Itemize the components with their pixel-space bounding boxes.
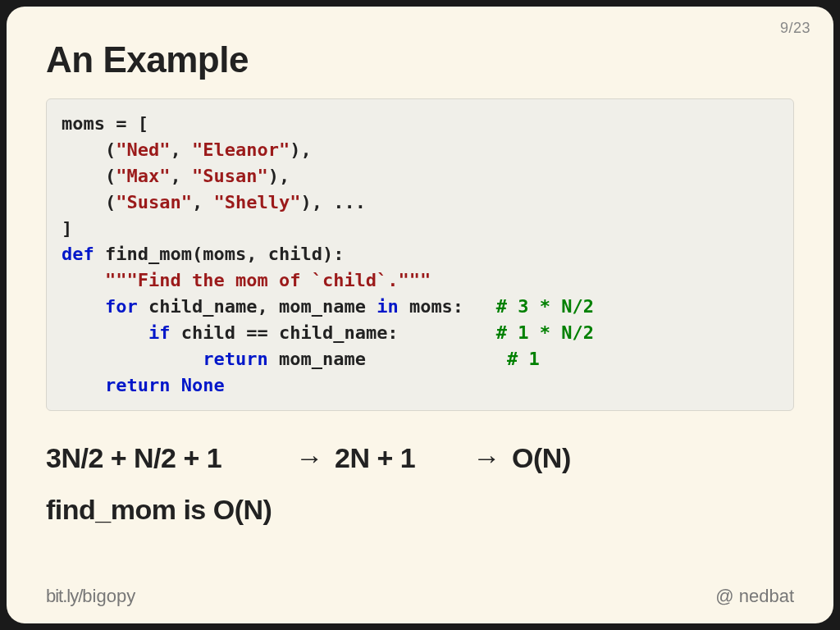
code-text: ), xyxy=(290,139,312,160)
code-comment: # 1 * N/2 xyxy=(496,322,594,343)
page-number: 9/23 xyxy=(780,20,810,37)
code-keyword: return xyxy=(203,349,267,369)
arrow-icon: → xyxy=(295,442,320,474)
code-text xyxy=(62,349,203,369)
footer-handle: nedbat xyxy=(739,586,794,606)
code-text: child == child_name: xyxy=(170,322,495,343)
code-block: moms = [ ("Ned", "Eleanor"), ("Max", "Su… xyxy=(46,98,794,411)
code-keyword: for xyxy=(105,296,138,317)
math-part-1: 3N/2 + N/2 + 1 xyxy=(46,442,221,473)
math-derivation: 3N/2 + N/2 + 1→ 2N + 1→ O(N) xyxy=(46,442,794,474)
code-string: "Shelly" xyxy=(213,192,300,212)
code-docstring: """Find the mom of `child`.""" xyxy=(105,270,431,290)
code-string: "Susan" xyxy=(116,192,192,212)
code-text: , xyxy=(170,139,192,160)
footer-url-slug: bigopy xyxy=(82,586,135,606)
code-line: ] xyxy=(62,218,72,239)
code-text: , xyxy=(192,192,214,212)
code-keyword: in xyxy=(377,296,399,317)
code-line: ( xyxy=(62,166,116,186)
code-text: ), ... xyxy=(300,192,365,212)
code-text: ), xyxy=(268,166,290,186)
code-string: "Ned" xyxy=(116,139,170,160)
code-text: , xyxy=(170,166,192,186)
footer: bit.ly/bigopy @ nedbat xyxy=(46,586,794,607)
code-text: moms: xyxy=(399,296,496,317)
footer-at-sign: @ xyxy=(715,586,733,606)
code-text: find_mom(moms, child): xyxy=(94,244,345,264)
code-line: ( xyxy=(62,139,116,160)
code-text xyxy=(62,296,105,317)
code-line: ( xyxy=(62,192,116,212)
code-text xyxy=(62,270,105,290)
code-keyword: if xyxy=(148,322,171,343)
code-string: "Max" xyxy=(116,166,170,186)
code-comment: # 1 xyxy=(507,349,540,369)
code-line: moms = [ xyxy=(62,113,148,134)
arrow-icon: → xyxy=(472,442,497,474)
code-comment: # 3 * N/2 xyxy=(496,296,594,317)
conclusion: find_mom is O(N) xyxy=(46,494,794,526)
code-text: child_name, mom_name xyxy=(138,296,377,317)
math-part-3: O(N) xyxy=(512,442,571,473)
footer-url-prefix: bit.ly/ xyxy=(46,586,82,606)
code-text xyxy=(62,322,148,343)
code-keyword: def xyxy=(62,244,94,264)
slide: 9/23 An Example moms = [ ("Ned", "Eleano… xyxy=(7,7,833,623)
code-string: "Eleanor" xyxy=(192,139,290,160)
footer-left: bit.ly/bigopy xyxy=(46,586,135,607)
math-part-2: 2N + 1 xyxy=(335,442,415,473)
footer-right: @ nedbat xyxy=(715,586,794,607)
code-text xyxy=(62,375,105,395)
slide-title: An Example xyxy=(46,39,794,80)
code-text: mom_name xyxy=(268,349,507,369)
code-string: "Susan" xyxy=(192,166,268,186)
code-keyword: return None xyxy=(105,375,225,395)
